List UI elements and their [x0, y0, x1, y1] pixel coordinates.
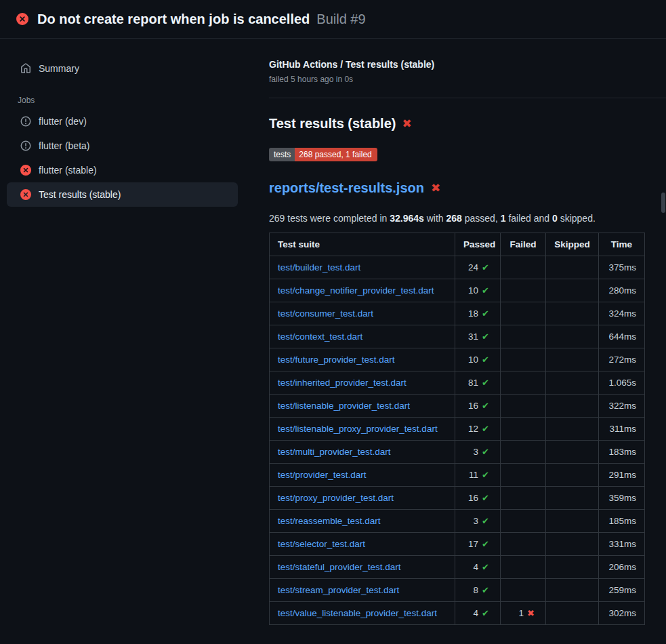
- passed-cell: 24✔: [455, 256, 501, 279]
- passed-count: 16: [468, 401, 478, 411]
- passed-cell: 12✔: [455, 418, 501, 441]
- check-icon: ✔: [482, 262, 489, 273]
- neutral-status-icon: [20, 140, 31, 151]
- time-cell: 375ms: [599, 256, 645, 279]
- passed-count: 31: [468, 331, 478, 342]
- scrollbar-thumb[interactable]: [661, 193, 665, 213]
- failed-cell: [501, 325, 546, 348]
- failed-cell: [501, 302, 546, 325]
- passed-cell: 16✔: [455, 395, 501, 418]
- failed-cell: [501, 418, 546, 441]
- tests-badge: tests 268 passed, 1 failed: [269, 148, 377, 161]
- test-suite-link[interactable]: test/context_test.dart: [278, 331, 362, 342]
- passed-count: 3: [474, 447, 479, 457]
- failed-cell: [501, 533, 546, 556]
- check-run-page: Do not create report when job is cancell…: [0, 0, 666, 644]
- time-cell: 311ms: [599, 418, 645, 441]
- table-row: test/future_provider_test.dart10✔272ms: [270, 348, 645, 371]
- suite-cell: test/change_notifier_provider_test.dart: [270, 279, 455, 302]
- column-header-failed: Failed: [501, 233, 546, 256]
- test-suite-link[interactable]: test/provider_test.dart: [278, 470, 367, 480]
- test-suite-link[interactable]: test/selector_test.dart: [278, 539, 365, 549]
- sidebar-item-flutter-dev[interactable]: flutter (dev): [7, 109, 238, 134]
- job-label: flutter (stable): [39, 165, 97, 176]
- time-cell: 324ms: [599, 302, 645, 325]
- table-row: test/value_listenable_provider_test.dart…: [270, 602, 645, 625]
- failed-cell: [501, 348, 546, 371]
- passed-cell: 10✔: [455, 279, 501, 302]
- suite-cell: test/listenable_proxy_provider_test.dart: [270, 418, 455, 441]
- table-header-row: Test suitePassedFailedSkippedTime: [270, 233, 645, 256]
- sidebar-item-flutter-beta[interactable]: flutter (beta): [7, 134, 238, 158]
- test-suite-link[interactable]: test/multi_provider_test.dart: [278, 447, 391, 457]
- badge-label: tests: [269, 148, 295, 161]
- passed-cell: 4✔: [455, 556, 501, 579]
- passed-cell: 17✔: [455, 533, 501, 556]
- test-suite-link[interactable]: test/value_listenable_provider_test.dart: [278, 608, 437, 618]
- x-circle-icon: [16, 13, 28, 25]
- table-body: test/builder_test.dart24✔375mstest/chang…: [270, 256, 645, 625]
- sidebar-item-summary[interactable]: Summary: [7, 56, 238, 81]
- suite-cell: test/builder_test.dart: [270, 256, 455, 279]
- passed-count: 8: [474, 585, 479, 595]
- report-file-link[interactable]: reports/test-results.json: [269, 180, 424, 196]
- suite-cell: test/inherited_provider_test.dart: [270, 371, 455, 395]
- table-row: test/stream_provider_test.dart8✔259ms: [270, 579, 645, 602]
- home-icon: [20, 63, 31, 74]
- passed-count: 24: [468, 262, 478, 273]
- failed-cell: [501, 464, 546, 487]
- failure-x-icon: ✖: [431, 182, 440, 194]
- time-cell: 183ms: [599, 441, 645, 464]
- skipped-cell: [546, 556, 599, 579]
- page-header: Do not create report when job is cancell…: [0, 0, 666, 39]
- failed-cell: [501, 510, 546, 533]
- failed-cell: 1✖: [501, 602, 546, 625]
- passed-cell: 16✔: [455, 487, 501, 510]
- table-row: test/listenable_proxy_provider_test.dart…: [270, 418, 645, 441]
- passed-count: 18: [468, 308, 478, 319]
- check-icon: ✔: [482, 355, 489, 365]
- neutral-status-icon: [20, 116, 31, 127]
- time-cell: 280ms: [599, 279, 645, 302]
- time-cell: 644ms: [599, 325, 645, 348]
- sidebar-item-flutter-stable[interactable]: flutter (stable): [7, 158, 238, 182]
- passed-cell: 81✔: [455, 371, 501, 395]
- run-meta: failed 5 hours ago in 0s: [269, 75, 644, 84]
- test-suite-link[interactable]: test/change_notifier_provider_test.dart: [278, 285, 434, 296]
- test-suite-link[interactable]: test/stateful_provider_test.dart: [278, 562, 401, 572]
- passed-cell: 3✔: [455, 510, 501, 533]
- passed-count: 11: [469, 470, 478, 480]
- skipped-cell: [546, 256, 599, 279]
- test-suite-link[interactable]: test/future_provider_test.dart: [278, 355, 395, 365]
- test-results-table: Test suitePassedFailedSkippedTime test/b…: [269, 233, 645, 625]
- test-suite-link[interactable]: test/proxy_provider_test.dart: [278, 493, 394, 503]
- suite-cell: test/stream_provider_test.dart: [270, 579, 455, 602]
- test-suite-link[interactable]: test/stream_provider_test.dart: [278, 585, 399, 595]
- test-suite-link[interactable]: test/consumer_test.dart: [278, 308, 373, 319]
- table-row: test/listenable_provider_test.dart16✔322…: [270, 395, 645, 418]
- time-cell: 302ms: [599, 602, 645, 625]
- suite-cell: test/proxy_provider_test.dart: [270, 487, 455, 510]
- column-header-skipped: Skipped: [546, 233, 599, 256]
- passed-cell: 3✔: [455, 441, 501, 464]
- column-header-passed: Passed: [455, 233, 501, 256]
- test-suite-link[interactable]: test/listenable_proxy_provider_test.dart: [278, 424, 438, 434]
- failed-cell: [501, 371, 546, 395]
- breadcrumb[interactable]: GitHub Actions / Test results (stable): [269, 59, 644, 70]
- suite-cell: test/reassemble_test.dart: [270, 510, 455, 533]
- sidebar-item-test-results-stable[interactable]: Test results (stable): [7, 182, 238, 207]
- test-suite-link[interactable]: test/listenable_provider_test.dart: [278, 401, 410, 411]
- x-circle-icon: [20, 189, 31, 200]
- check-icon: ✔: [482, 516, 489, 526]
- time-cell: 322ms: [599, 395, 645, 418]
- test-suite-link[interactable]: test/inherited_provider_test.dart: [278, 378, 407, 388]
- passed-count: 81: [468, 378, 478, 388]
- time-cell: 1.065s: [599, 371, 645, 395]
- skipped-cell: [546, 487, 599, 510]
- test-suite-link[interactable]: test/reassemble_test.dart: [278, 516, 381, 526]
- summary-label: Summary: [39, 63, 79, 74]
- table-row: test/stateful_provider_test.dart4✔206ms: [270, 556, 645, 579]
- jobs-section-label: Jobs: [18, 96, 238, 105]
- test-suite-link[interactable]: test/builder_test.dart: [278, 262, 360, 273]
- build-number: Build #9: [316, 12, 365, 27]
